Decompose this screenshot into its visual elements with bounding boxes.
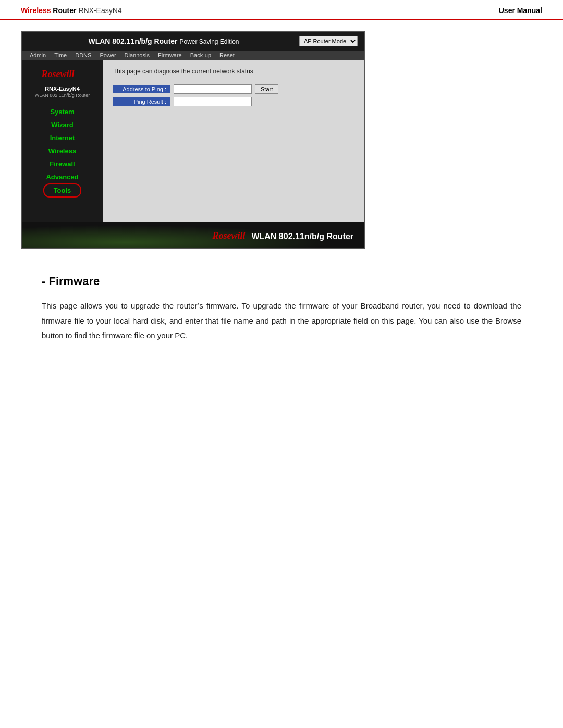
- power-saving-label: Power Saving Edition: [179, 38, 239, 45]
- ping-address-input[interactable]: [174, 84, 252, 94]
- wlan-bold-label: WLAN 802.11n/b/g Router: [88, 37, 177, 45]
- sidebar-logo: Rosewill: [39, 66, 86, 83]
- ping-result-row: Ping Result :: [113, 97, 353, 106]
- sidebar-item-internet[interactable]: Internet: [22, 131, 103, 144]
- router-main: This page can diagnose the current netwo…: [103, 60, 364, 222]
- header-bar: Wireless Router RNX-EasyN4 User Manual: [0, 0, 563, 20]
- sidebar-item-firewall[interactable]: Firewall: [22, 157, 103, 170]
- page-content: - Firmware This page allows you to upgra…: [0, 259, 563, 364]
- nav-diannosis[interactable]: Diannosis: [121, 51, 153, 60]
- router-body: Rosewill RNX-EasyN4 WLAN 802.11n/b/g Rou…: [22, 60, 364, 222]
- nav-reset[interactable]: Reset: [216, 51, 238, 60]
- router-nav: Admin Time DDNS Power Diannosis Firmware…: [22, 51, 364, 60]
- ping-form: Address to Ping : Start Ping Result :: [113, 84, 353, 106]
- nav-ddns[interactable]: DDNS: [71, 51, 95, 60]
- footer-wlan-label: WLAN 802.11n/b/g Router: [251, 232, 353, 241]
- router-top-bar: WLAN 802.11n/b/g Router Power Saving Edi…: [22, 32, 364, 51]
- footer-rosewill-logo: Rosewill: [212, 230, 245, 241]
- sidebar-item-wireless[interactable]: Wireless: [22, 144, 103, 157]
- section-body: This page allows you to upgrade the rout…: [42, 299, 521, 343]
- start-button[interactable]: Start: [255, 84, 278, 94]
- header-manual-label: User Manual: [499, 6, 542, 15]
- ping-address-label: Address to Ping :: [113, 85, 170, 93]
- sidebar-model: RNX-EasyN4: [45, 85, 80, 92]
- header-router-label: Router: [53, 6, 76, 15]
- router-sidebar: Rosewill RNX-EasyN4 WLAN 802.11n/b/g Rou…: [22, 60, 103, 222]
- header-title-left: Wireless Router RNX-EasyN4: [21, 6, 122, 15]
- nav-firmware[interactable]: Firmware: [154, 51, 186, 60]
- ping-address-row: Address to Ping : Start: [113, 84, 353, 94]
- sidebar-item-advanced[interactable]: Advanced: [22, 170, 103, 183]
- header-wireless-label: Wireless: [21, 6, 51, 15]
- ap-mode-dropdown[interactable]: AP Router Mode: [299, 36, 358, 46]
- nav-power[interactable]: Power: [96, 51, 119, 60]
- router-screenshot: WLAN 802.11n/b/g Router Power Saving Edi…: [21, 31, 365, 249]
- header-model-label: RNX-EasyN4: [78, 6, 121, 15]
- nav-backup[interactable]: Back-up: [187, 51, 215, 60]
- nav-admin[interactable]: Admin: [26, 51, 50, 60]
- sidebar-item-system[interactable]: System: [22, 105, 103, 118]
- section-title: - Firmware: [42, 275, 521, 288]
- svg-text:Rosewill: Rosewill: [41, 69, 74, 79]
- router-wlan-title: WLAN 802.11n/b/g Router Power Saving Edi…: [28, 37, 299, 45]
- router-footer: Rosewill WLAN 802.11n/b/g Router: [22, 222, 364, 248]
- sidebar-subtitle: WLAN 802.11n/b/g Router: [35, 93, 90, 98]
- ping-result-input: [174, 97, 252, 106]
- nav-time[interactable]: Time: [51, 51, 70, 60]
- ping-result-label: Ping Result :: [113, 97, 170, 106]
- router-main-desc: This page can diagnose the current netwo…: [113, 68, 353, 75]
- sidebar-item-tools[interactable]: Tools: [43, 183, 82, 198]
- sidebar-item-wizard[interactable]: Wizard: [22, 118, 103, 131]
